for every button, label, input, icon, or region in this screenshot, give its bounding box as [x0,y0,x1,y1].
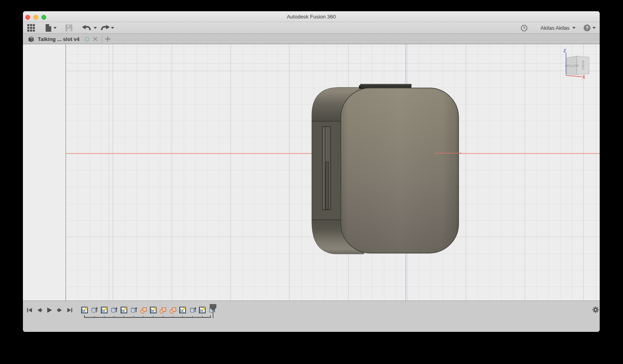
timeline-skip-to-end-button[interactable] [67,307,72,313]
timeline-feature-fillet[interactable] [140,306,148,314]
chevron-down-icon [53,27,57,29]
timeline-feature-fillet[interactable] [170,306,177,314]
help-menu-caret[interactable] [592,27,596,29]
cloud-status-icon [84,37,90,42]
tab-separator [102,35,102,43]
timeline-step-forward-button[interactable] [57,307,62,313]
close-tab-icon[interactable] [93,37,98,41]
app-grid-menu-button[interactable] [27,22,35,34]
step-forward-icon [57,307,62,313]
timeline-feature-fillet[interactable] [160,306,167,314]
file-menu-button[interactable] [45,22,52,34]
x-axis-label: X [582,75,585,80]
window-title: Autodesk Fusion 360 [23,11,600,22]
timeline-play-button[interactable] [47,307,52,313]
document-tab-label: Talking ... slot v4 [38,36,80,42]
z-axis-line-upper [406,44,406,84]
timeline-ruler[interactable] [82,315,215,321]
timeline-settings-button[interactable] [592,306,599,313]
undo-icon [82,25,92,32]
document-tab[interactable]: Talking ... slot v4 [23,34,98,44]
viewport-canvas[interactable]: BOTTOM RIGHT Z X [23,44,600,301]
view-cube[interactable]: BOTTOM RIGHT Z X [561,47,594,84]
app-grid-icon [27,24,35,32]
redo-icon [100,25,110,32]
skip-to-start-icon [27,307,32,313]
timeline-feature-extrude[interactable] [130,306,137,314]
timeline-feature-sketch[interactable] [179,306,186,314]
play-icon [47,307,52,313]
step-back-icon [37,307,42,313]
save-button[interactable] [65,22,73,34]
timeline-feature-sketch[interactable] [121,306,128,314]
document-tab-bar: Talking ... slot v4 [23,34,600,44]
undo-button[interactable] [82,22,92,34]
plus-icon [104,35,111,43]
timeline-feature-sketch[interactable] [199,306,206,314]
timeline-feature-extrude[interactable] [111,306,118,314]
file-icon [45,24,52,32]
timeline-feature-sketch[interactable] [150,306,157,314]
skip-to-end-icon [67,307,72,313]
model-side-slot[interactable] [322,127,331,210]
save-icon [65,24,73,32]
undo-caret[interactable] [94,22,97,34]
document-cube-icon [27,36,35,43]
timeline-feature-sketch[interactable] [101,306,108,314]
timeline-skip-to-start-button[interactable] [27,307,32,313]
fusion360-window: Autodesk Fusion 360 [23,11,600,332]
view-cube-bottom-label: BOTTOM [565,64,578,67]
timeline-bar [23,301,600,332]
model-body[interactable] [310,82,462,255]
chevron-down-icon [111,27,114,29]
z-axis-label: Z [564,49,566,53]
file-menu-caret[interactable] [53,22,57,34]
user-menu-caret[interactable] [572,27,576,29]
gear-icon [592,306,599,313]
view-cube-x-axis [566,76,582,77]
view-cube-right-label: RIGHT [581,61,585,71]
timeline-feature-extrude[interactable] [189,306,197,314]
redo-caret[interactable] [111,22,114,34]
recent-activity-clock-icon[interactable] [521,25,528,32]
timeline-position-marker[interactable] [209,304,217,319]
timeline-feature-sketch[interactable] [81,306,88,314]
user-account-name[interactable]: Akilas Akilas [541,25,570,31]
title-bar: Autodesk Fusion 360 [23,11,600,22]
redo-button[interactable] [100,22,110,34]
main-toolbar: Akilas Akilas ? [23,22,600,34]
new-tab-button[interactable] [104,35,111,43]
help-button[interactable]: ? [584,25,590,31]
chevron-down-icon [94,27,97,29]
timeline-feature-extrude[interactable] [91,306,98,314]
timeline-step-back-button[interactable] [37,307,42,313]
z-axis-line-lower [406,253,406,301]
